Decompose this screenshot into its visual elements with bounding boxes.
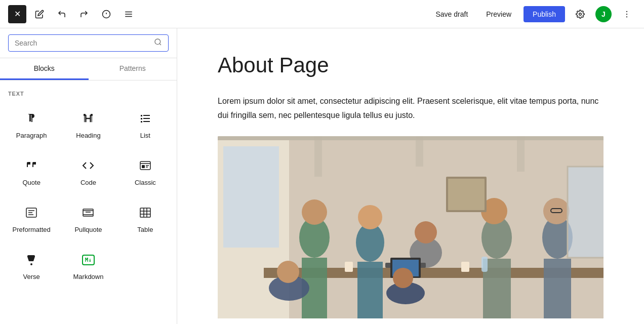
- svg-point-9: [626, 16, 627, 17]
- svg-rect-44: [416, 136, 423, 167]
- block-code[interactable]: Code: [61, 148, 115, 193]
- block-markdown[interactable]: M↓ Markdown: [61, 242, 115, 287]
- block-list[interactable]: List: [118, 101, 173, 146]
- pencil-button[interactable]: [30, 5, 49, 23]
- svg-rect-40: [223, 146, 279, 248]
- classic-label: Classic: [135, 179, 156, 186]
- blocks-grid: Paragraph Heading List: [0, 101, 177, 287]
- pullquote-label: Pullquote: [74, 226, 102, 233]
- svg-rect-17: [141, 115, 142, 116]
- close-button[interactable]: ✕: [8, 5, 26, 23]
- publish-button[interactable]: Publish: [524, 6, 565, 22]
- block-heading[interactable]: Heading: [61, 101, 115, 146]
- quote-label: Quote: [22, 179, 40, 186]
- svg-rect-22: [142, 165, 145, 168]
- svg-point-6: [579, 13, 582, 15]
- preview-button[interactable]: Preview: [480, 7, 517, 21]
- settings-button[interactable]: [571, 5, 589, 23]
- save-draft-button[interactable]: Save draft: [429, 7, 474, 21]
- paragraph-label: Paragraph: [16, 132, 47, 139]
- search-box: [8, 34, 169, 52]
- block-table[interactable]: Table: [118, 195, 173, 240]
- svg-point-69: [393, 268, 413, 288]
- svg-rect-45: [517, 136, 525, 172]
- svg-point-50: [358, 205, 382, 229]
- svg-rect-18: [141, 118, 142, 119]
- list-label: List: [140, 132, 150, 139]
- page-content-paragraph[interactable]: Lorem ipsum dolor sit amet, consectetur …: [218, 94, 603, 122]
- svg-rect-29: [83, 209, 93, 216]
- svg-point-58: [543, 198, 570, 224]
- block-preformatted[interactable]: Preformatted: [4, 195, 59, 240]
- code-icon: [79, 156, 97, 175]
- svg-rect-51: [357, 262, 383, 318]
- redo-button[interactable]: [75, 5, 93, 23]
- block-quote[interactable]: Quote: [4, 148, 59, 193]
- table-label: Table: [137, 226, 153, 233]
- markdown-icon: M↓: [79, 251, 97, 269]
- code-label: Code: [80, 179, 96, 186]
- list-view-button[interactable]: [119, 5, 138, 23]
- list-icon: [136, 109, 154, 128]
- page-title[interactable]: About Page: [218, 53, 603, 78]
- pullquote-icon: [79, 204, 97, 222]
- search-icon: [154, 38, 162, 48]
- info-button[interactable]: [97, 5, 115, 23]
- toolbar-right: Save draft Preview Publish J: [429, 5, 636, 23]
- tab-patterns[interactable]: Patterns: [89, 58, 177, 80]
- toolbar: ✕ Save draft Preview Publish J: [0, 0, 644, 28]
- svg-rect-72: [448, 179, 485, 210]
- block-paragraph[interactable]: Paragraph: [4, 101, 59, 146]
- table-icon: [136, 204, 154, 222]
- svg-point-67: [277, 261, 299, 283]
- block-classic[interactable]: Classic: [118, 148, 173, 193]
- block-verse[interactable]: Verse: [4, 242, 59, 287]
- verse-label: Verse: [23, 273, 40, 280]
- verse-icon: [22, 251, 41, 269]
- preformatted-icon: [22, 204, 41, 222]
- heading-label: Heading: [76, 132, 100, 139]
- svg-point-47: [302, 199, 327, 225]
- tabs: Blocks Patterns: [0, 58, 177, 80]
- section-text-label: TEXT: [0, 85, 177, 101]
- undo-button[interactable]: [53, 5, 71, 23]
- toolbar-left: ✕: [8, 5, 138, 23]
- svg-point-8: [626, 13, 627, 14]
- block-pullquote[interactable]: Pullquote: [61, 195, 115, 240]
- markdown-label: Markdown: [73, 273, 104, 280]
- tab-blocks[interactable]: Blocks: [0, 58, 89, 80]
- svg-rect-12: [84, 114, 86, 116]
- quote-icon: [22, 156, 41, 175]
- editor-image: [218, 136, 603, 318]
- main-layout: Blocks Patterns TEXT Paragraph He: [0, 28, 644, 324]
- heading-icon: [79, 109, 97, 128]
- classic-icon: [136, 156, 154, 175]
- svg-rect-63: [345, 262, 353, 272]
- svg-rect-19: [141, 121, 142, 123]
- svg-rect-42: [218, 136, 603, 140]
- svg-point-10: [155, 39, 160, 45]
- more-options-button[interactable]: [618, 5, 636, 23]
- blocks-content: TEXT Paragraph Heading: [0, 80, 177, 324]
- svg-point-7: [626, 11, 627, 12]
- search-input[interactable]: [15, 39, 150, 47]
- svg-rect-65: [481, 257, 488, 272]
- search-container: [0, 28, 177, 58]
- svg-rect-13: [91, 114, 93, 116]
- editor: About Page Lorem ipsum dolor sit amet, c…: [177, 28, 644, 324]
- preformatted-label: Preformatted: [13, 226, 51, 233]
- svg-rect-73: [568, 167, 603, 258]
- paragraph-icon: [22, 109, 41, 128]
- markdown-badge: M↓: [82, 255, 95, 265]
- svg-point-53: [415, 221, 437, 244]
- svg-rect-64: [461, 262, 469, 272]
- avatar[interactable]: J: [595, 6, 612, 22]
- svg-rect-59: [544, 259, 571, 318]
- svg-line-11: [159, 44, 161, 45]
- svg-rect-43: [314, 136, 322, 177]
- svg-rect-33: [140, 208, 150, 217]
- sidebar: Blocks Patterns TEXT Paragraph He: [0, 28, 177, 324]
